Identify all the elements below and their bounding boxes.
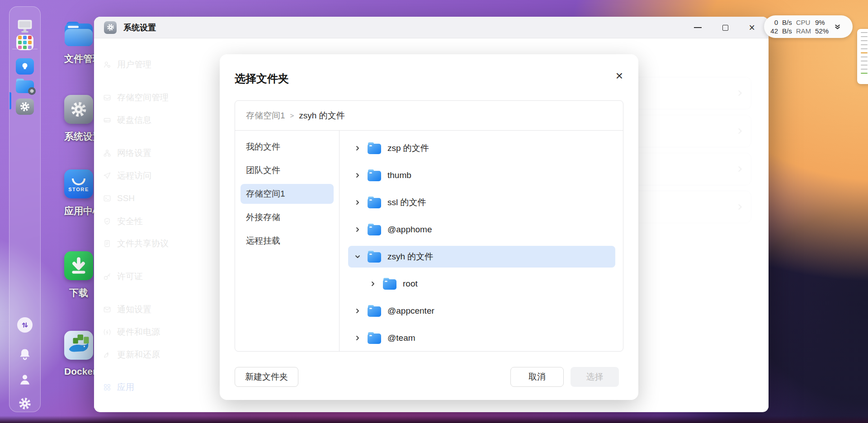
nav-item-remote-mount[interactable]: 远程挂载 [241, 231, 334, 251]
dock-item-app-launcher[interactable] [16, 35, 33, 50]
system-monitor-pill[interactable]: 0 42 B/s B/s CPU RAM 9% 52% [764, 15, 853, 38]
cpu-label: CPU [796, 18, 811, 27]
dock [9, 6, 41, 412]
monitor-icon [16, 19, 33, 34]
desktop-icon-label: 下载 [64, 287, 93, 299]
close-dialog-button[interactable]: × [616, 70, 623, 82]
folder-icon [368, 197, 381, 208]
gear-badge-icon [28, 87, 36, 95]
folder-name: @appcenter [387, 306, 434, 316]
panel-line [861, 69, 868, 70]
panel-line-orange [861, 52, 868, 53]
transfer-arrows-icon [17, 317, 33, 333]
dialog-title: 选择文件夹 [235, 71, 289, 86]
download-unit: B/s [782, 27, 792, 35]
upload-speed: 0 [774, 18, 778, 27]
tree-row[interactable]: @team [348, 327, 615, 349]
ram-value: 52% [815, 27, 829, 35]
files-app-icon [16, 79, 34, 93]
nav-item-my-files[interactable]: 我的文件 [241, 137, 334, 157]
file-manager-icon [65, 22, 93, 46]
dock-item-system-settings-active[interactable] [16, 99, 34, 115]
docker-icon [64, 331, 93, 360]
dock-item-transfer[interactable] [17, 317, 33, 333]
store-badge-text: STORE [68, 187, 89, 192]
dock-item-account[interactable] [17, 372, 33, 387]
folder-name: ssl 的文件 [387, 197, 426, 208]
desktop-icon-label: 系统设置 [64, 130, 93, 143]
panel-line [861, 56, 868, 57]
folder-tree: zsp 的文件 thumb ssl 的文件 [340, 131, 623, 351]
panel-line [861, 40, 868, 41]
desktop-icon-file-manager[interactable]: 文件管理 [64, 22, 93, 65]
new-folder-button[interactable]: 新建文件夹 [235, 367, 298, 387]
panel-line [861, 65, 868, 66]
chevron-right-icon[interactable] [370, 281, 376, 287]
nav-item-team-files[interactable]: 团队文件 [241, 160, 334, 180]
tree-row[interactable]: thumb [348, 164, 615, 186]
tree-row-selected[interactable]: zsyh 的文件 [348, 246, 615, 268]
user-icon [17, 372, 33, 387]
chevron-right-icon[interactable] [355, 335, 360, 341]
panel-line [861, 61, 868, 61]
chevron-right-icon[interactable] [355, 308, 360, 314]
maximize-button[interactable] [722, 25, 728, 31]
dock-item-tips[interactable] [16, 58, 34, 75]
folder-name: @apphome [387, 225, 432, 235]
panel-line-green [861, 73, 868, 74]
folder-name: zsyh 的文件 [387, 251, 433, 263]
desktop-icon-app-center[interactable]: STORE 应用中心 [64, 169, 93, 217]
bag-handle-icon [72, 179, 85, 185]
window-titlebar[interactable]: 系统设置 × [94, 17, 769, 38]
dock-item-settings-shortcut[interactable] [18, 396, 32, 411]
chevron-right-icon[interactable] [355, 146, 360, 151]
breadcrumb-root[interactable]: 存储空间1 [246, 110, 285, 122]
chevron-right-icon[interactable] [355, 173, 360, 178]
desktop-icon-label: 应用中心 [64, 205, 93, 217]
tree-row[interactable]: ssl 的文件 [348, 192, 615, 213]
window-title: 系统设置 [123, 22, 156, 33]
tree-row[interactable]: @apphome [348, 219, 615, 240]
dock-item-desktop[interactable] [16, 19, 33, 34]
nav-item-external-storage[interactable]: 外接存储 [241, 207, 334, 227]
tree-row[interactable]: zsp 的文件 [348, 137, 615, 159]
nav-item-storage-1[interactable]: 存储空间1 [241, 184, 334, 204]
tree-row[interactable]: @appcenter [348, 300, 615, 322]
folder-icon [368, 305, 381, 317]
dock-item-notifications[interactable] [17, 347, 33, 362]
panel-line [861, 36, 868, 37]
collapsed-side-panel[interactable] [857, 29, 868, 84]
cancel-button[interactable]: 取消 [510, 367, 564, 387]
system-settings-icon [64, 95, 93, 124]
cpu-value: 9% [815, 18, 829, 27]
desktop-icon-label: Docker [64, 366, 93, 377]
app-gear-icon [104, 21, 117, 34]
folder-icon [368, 142, 381, 154]
location-nav: 我的文件 团队文件 存储空间1 外接存储 远程挂载 [235, 131, 340, 351]
app-center-icon: STORE [64, 169, 93, 198]
breadcrumb-separator: > [290, 112, 294, 119]
dock-item-file-manager[interactable] [16, 79, 34, 93]
desktop-icon-docker[interactable]: Docker [64, 331, 93, 377]
select-folder-dialog: 选择文件夹 × 存储空间1 > zsyh 的文件 我的文件 团队文件 存储空间1… [220, 54, 638, 400]
folder-icon [368, 251, 381, 263]
desktop-icon-system-settings[interactable]: 系统设置 [64, 95, 93, 143]
select-button-disabled[interactable]: 选择 [571, 367, 619, 387]
folder-picker: 存储空间1 > zsyh 的文件 我的文件 团队文件 存储空间1 外接存储 远程… [235, 100, 623, 352]
desktop-icon-download[interactable]: 下载 [64, 251, 93, 299]
folder-name: root [403, 279, 418, 289]
folder-icon [368, 169, 381, 181]
close-window-button[interactable]: × [749, 23, 755, 33]
panel-line [861, 32, 868, 33]
folder-name: zsp 的文件 [387, 142, 429, 154]
chevron-right-icon[interactable] [355, 200, 360, 205]
active-app-indicator [9, 92, 11, 109]
double-chevron-down-icon[interactable] [834, 23, 841, 31]
tree-row-child[interactable]: root [348, 273, 615, 295]
chevron-right-icon[interactable] [355, 227, 360, 232]
download-speed: 42 [770, 27, 778, 35]
folder-name: thumb [387, 170, 411, 180]
chevron-down-icon[interactable] [355, 254, 360, 259]
gear-icon [18, 396, 32, 411]
minimize-button[interactable] [694, 27, 702, 28]
